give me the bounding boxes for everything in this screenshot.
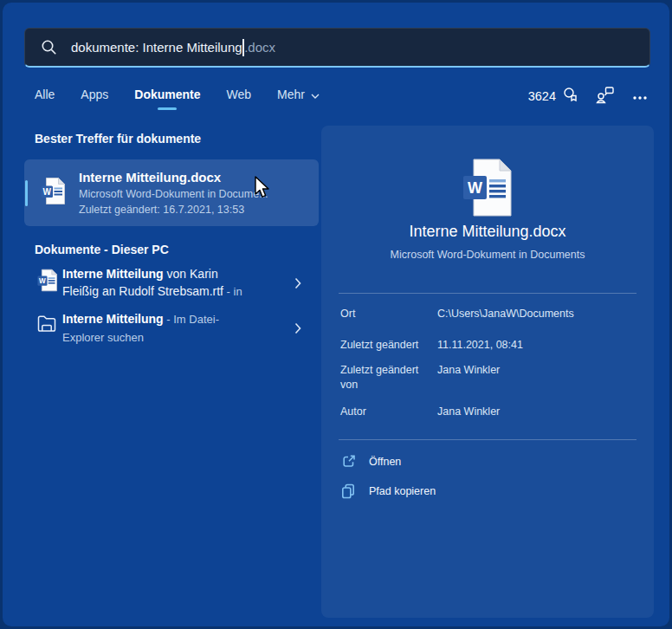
chevron-right-icon[interactable] — [294, 322, 301, 334]
action-list: Öffnen Pfad kopieren — [340, 450, 642, 509]
detail-row-ort: Ort C:\Users\JanaW\Documents — [340, 307, 642, 321]
open-action[interactable]: Öffnen — [340, 450, 642, 473]
word-document-icon-large: W — [461, 157, 514, 223]
tab-dokumente[interactable]: Dokumente — [134, 84, 200, 108]
selection-indicator — [25, 180, 28, 206]
preview-subtitle: Microsoft Word-Dokument in Documents — [321, 249, 654, 261]
best-match-modified: Zuletzt geändert: 16.7.2021, 13:53 — [79, 202, 268, 217]
file-explorer-folder-icon — [36, 314, 58, 333]
copy-path-action-label: Pfad kopieren — [369, 485, 436, 497]
result-item-text: Interne Mitteilung - Im Datei-Explorer s… — [62, 310, 251, 347]
detail-row-zuletzt-geaendert: Zuletzt geändert 11.11.2021, 08:41 — [340, 338, 642, 353]
mouse-cursor — [252, 175, 273, 203]
search-suggestion-text: .docx — [244, 40, 275, 55]
tab-mehr[interactable]: Mehr — [277, 84, 320, 108]
best-match-header: Bester Treffer für dokumente — [35, 132, 201, 146]
detail-row-autor: Autor Jana Winkler — [340, 405, 642, 419]
tab-bar: Alle Apps Dokumente Web Mehr 3624 — [24, 82, 648, 110]
svg-text:W: W — [42, 187, 51, 197]
svg-text:W: W — [39, 277, 46, 285]
chevron-right-icon[interactable] — [294, 277, 301, 289]
account-options-icon[interactable] — [596, 86, 615, 107]
open-external-icon — [340, 454, 356, 469]
result-item-explorer-search[interactable]: Interne Mitteilung - Im Datei-Explorer s… — [24, 307, 319, 350]
best-match-result[interactable]: W Interne Mitteilung.docx Microsoft Word… — [24, 159, 319, 226]
svg-text:W: W — [468, 179, 482, 197]
search-flyout-window: dokumente: Interne Mitteilung .docx Alle… — [3, 3, 669, 626]
more-options-icon[interactable] — [632, 88, 648, 104]
file-details: Ort C:\Users\JanaW\Documents Zuletzt geä… — [340, 307, 642, 419]
tab-apps[interactable]: Apps — [81, 84, 108, 108]
result-item-rtf[interactable]: W Interne Mitteilung von Karin Fleißig a… — [24, 262, 319, 304]
documents-section-header: Dokumente - Dieser PC — [35, 243, 169, 256]
copy-path-action[interactable]: Pfad kopieren — [340, 479, 642, 503]
search-typed-text: dokumente: Interne Mitteilung — [71, 40, 242, 55]
copy-icon — [340, 483, 356, 499]
open-action-label: Öffnen — [369, 456, 401, 468]
chevron-down-icon — [311, 88, 320, 101]
tab-web[interactable]: Web — [227, 84, 252, 108]
rewards-counter[interactable]: 3624 — [528, 87, 578, 107]
detail-row-zuletzt-geaendert-von: Zuletzt geändert von Jana Winkler — [340, 363, 642, 392]
search-input[interactable]: dokumente: Interne Mitteilung .docx — [24, 28, 650, 68]
search-icon — [41, 39, 57, 55]
preview-title: Interne Mitteilung.docx — [321, 223, 654, 241]
divider — [339, 293, 636, 294]
rewards-medal-icon — [562, 87, 578, 107]
preview-panel: W Interne Mitteilung.docx Microsoft Word… — [321, 126, 654, 618]
tab-alle[interactable]: Alle — [35, 84, 55, 108]
rewards-points: 3624 — [528, 89, 556, 103]
divider — [339, 439, 636, 440]
rtf-document-icon: W — [36, 269, 58, 292]
best-match-title: Interne Mitteilung.docx — [79, 169, 268, 186]
best-match-subtitle: Microsoft Word-Dokument in Docume... — [79, 186, 268, 202]
word-document-icon: W — [40, 177, 66, 209]
active-tab-indicator — [158, 107, 177, 110]
result-item-text: Interne Mitteilung von Karin Fleißig an … — [62, 265, 251, 301]
